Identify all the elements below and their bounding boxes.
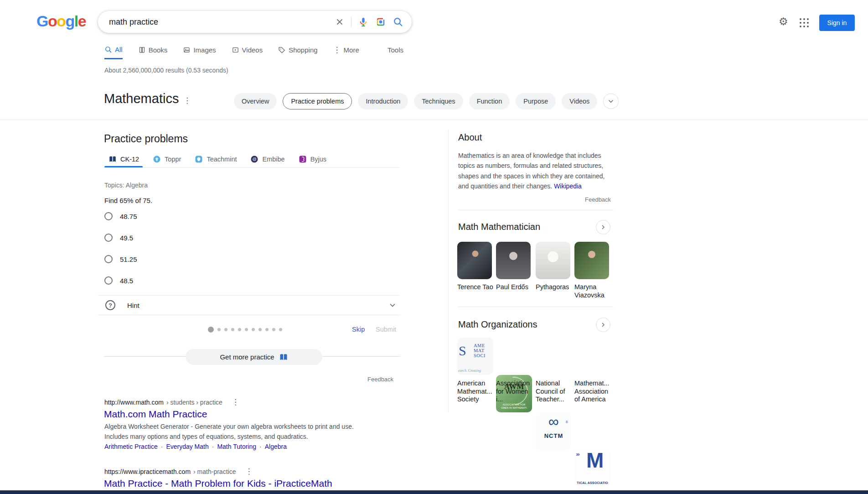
result-description-line: Algebra Worksheet Generator - Generate y…	[104, 423, 354, 430]
tab-all[interactable]: All	[104, 45, 123, 59]
sitelink[interactable]: Arithmetic Practice	[104, 443, 158, 450]
more-practice-rule-right	[322, 356, 400, 357]
entity-overflow-icon[interactable]: ⋮	[183, 96, 191, 105]
answer-option[interactable]: 48.75	[104, 212, 137, 220]
organization-name[interactable]: Association for Women i...	[496, 380, 534, 404]
logo-maa[interactable]: ››› M TICAL ASSOCIATIO	[574, 450, 610, 487]
search-box[interactable]	[98, 11, 412, 33]
mathematician-name[interactable]: Terence Tao	[457, 283, 495, 291]
hint-expander[interactable]: ? Hint	[105, 299, 397, 312]
entity-title: Mathematics	[104, 91, 179, 106]
tab-videos[interactable]: Videos	[232, 45, 263, 59]
apps-grid-icon[interactable]	[800, 18, 809, 27]
organization-name[interactable]: Mathemat... Association of America	[574, 380, 613, 404]
chevron-down-icon	[607, 97, 615, 105]
mathematician-name[interactable]: Paul Erdős	[496, 283, 533, 291]
radio-icon[interactable]	[104, 234, 113, 242]
answer-option[interactable]: 48.5	[104, 276, 133, 285]
result-sitelinks: Arithmetic Practice · Everyday Math · Ma…	[104, 443, 287, 450]
about-text: Mathematics is an area of knowledge that…	[458, 151, 604, 192]
organizations-more-button[interactable]	[596, 317, 610, 332]
sitelink[interactable]: Everyday Math	[166, 443, 208, 450]
get-more-practice-button[interactable]: Get more practice	[186, 349, 322, 365]
wikipedia-link[interactable]: Wikipedia	[554, 182, 582, 190]
practice-heading: Practice problems	[104, 133, 188, 145]
image-icon	[183, 46, 191, 54]
sitelink[interactable]: Math Tutoring	[217, 443, 256, 450]
pagination-dot[interactable]	[272, 328, 275, 331]
answer-option[interactable]: 51.25	[104, 255, 137, 263]
chip-overview[interactable]: Overview	[234, 93, 277, 109]
searchbox-divider	[351, 16, 351, 28]
chip-practice-problems[interactable]: Practice problems	[283, 93, 352, 109]
provider-tab-ck12[interactable]: CK-12	[108, 155, 139, 163]
radio-icon[interactable]	[104, 212, 113, 220]
result-url[interactable]: https://www.ipracticemath.com › math-pra…	[104, 467, 253, 476]
pagination-dot[interactable]	[258, 328, 262, 331]
search-input[interactable]	[109, 17, 335, 27]
chip-introduction[interactable]: Introduction	[358, 93, 408, 109]
provider-tab-embibe[interactable]: @ Embibe	[250, 155, 284, 163]
google-logo[interactable]: Google	[36, 12, 86, 30]
panel-divider-vertical	[448, 130, 449, 412]
chip-techniques[interactable]: Techniques	[414, 93, 463, 109]
tab-books[interactable]: Books	[138, 45, 168, 59]
sign-in-button[interactable]: Sign in	[819, 15, 855, 31]
settings-icon[interactable]: ⚙	[779, 16, 788, 27]
tab-more[interactable]: ⋮ More	[333, 45, 359, 59]
chip-purpose[interactable]: Purpose	[516, 93, 556, 109]
more-practice-rule-left	[104, 356, 186, 357]
submit-button[interactable]: Submit	[376, 326, 396, 333]
pagination-dot-active[interactable]	[208, 327, 214, 333]
logo-nctm[interactable]: ∞ ® NCTM	[536, 412, 572, 450]
voice-search-icon[interactable]	[358, 16, 369, 27]
provider-tab-teachmint[interactable]: Teachmint	[195, 155, 237, 163]
answer-option[interactable]: 49.5	[104, 234, 133, 242]
pagination-dot[interactable]	[238, 328, 241, 331]
organizations-heading: Math Organizations	[458, 319, 537, 330]
tab-shopping[interactable]: Shopping	[278, 45, 317, 59]
result-url[interactable]: http://www.math.com › students › practic…	[104, 397, 239, 407]
photo-paul-erdos[interactable]	[496, 242, 531, 279]
pagination-dot[interactable]	[265, 328, 269, 331]
organization-name[interactable]: National Council of Teacher...	[536, 380, 574, 404]
result-stats: About 2,560,000,000 results (0.53 second…	[104, 67, 228, 74]
mathematician-name[interactable]: Maryna Viazovska	[574, 283, 612, 299]
feedback-link[interactable]: Feedback	[585, 196, 611, 203]
pagination-dot[interactable]	[252, 328, 255, 331]
clear-icon[interactable]	[335, 17, 345, 27]
pagination-dot[interactable]	[224, 328, 227, 331]
sitelink[interactable]: Algebra	[265, 443, 287, 450]
pagination-dot[interactable]	[217, 328, 221, 331]
result-overflow-icon[interactable]: ⋮	[232, 397, 239, 407]
chips-expand-button[interactable]	[603, 94, 619, 109]
radio-icon[interactable]	[104, 255, 113, 263]
skip-button[interactable]: Skip	[352, 326, 365, 333]
pagination-dot[interactable]	[245, 328, 248, 331]
result-overflow-icon[interactable]: ⋮	[245, 467, 253, 476]
tab-images[interactable]: Images	[183, 45, 216, 59]
logo-letter: e	[78, 12, 86, 30]
pagination-dot[interactable]	[231, 328, 234, 331]
result-title[interactable]: Math.com Math Practice	[104, 409, 207, 420]
entity-chip-bar: Overview Practice problems Introduction …	[234, 93, 619, 109]
photo-maryna-viazovska[interactable]	[574, 242, 609, 279]
feedback-link[interactable]: Feedback	[367, 376, 393, 383]
organization-name[interactable]: American Mathemat... Society	[457, 380, 496, 404]
result-title[interactable]: Math Practice - Math Problem for Kids - …	[104, 478, 332, 489]
chip-videos[interactable]: Videos	[562, 93, 597, 109]
photo-terence-tao[interactable]	[457, 242, 492, 279]
lens-camera-icon[interactable]	[375, 16, 386, 27]
radio-icon[interactable]	[104, 276, 113, 285]
mathematician-name[interactable]: Pythagoras	[536, 283, 573, 291]
search-submit-icon[interactable]	[393, 16, 403, 27]
provider-tab-toppr[interactable]: Toppr	[153, 155, 181, 163]
mathematicians-more-button[interactable]	[596, 220, 610, 234]
tools-button[interactable]: Tools	[388, 46, 403, 54]
photo-pythagoras[interactable]	[536, 242, 570, 279]
provider-tab-byjus[interactable]: Byjus	[299, 155, 326, 163]
chevron-right-icon	[599, 224, 607, 231]
pagination-dot[interactable]	[279, 328, 282, 331]
chip-function[interactable]: Function	[469, 93, 510, 109]
logo-american-mathematical-society[interactable]: S AME MAT SOCI earch. Creating	[457, 338, 493, 375]
